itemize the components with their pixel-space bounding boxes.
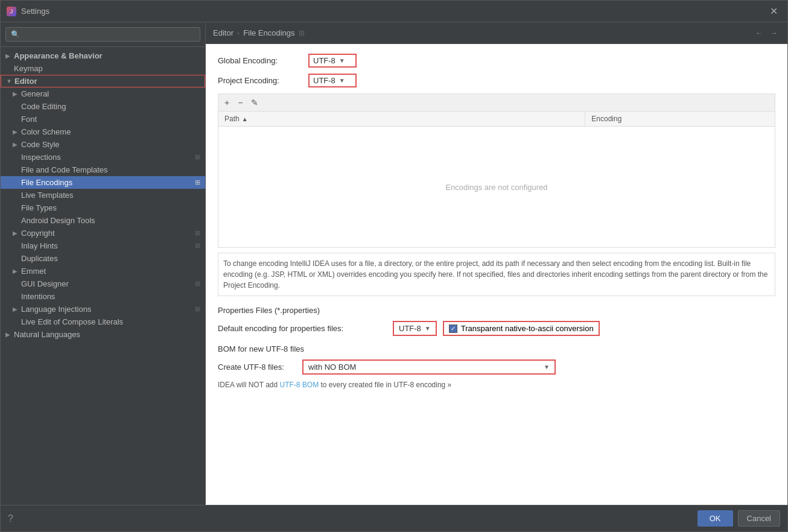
sidebar-item-label: File and Code Templates: [21, 165, 108, 174]
path-column-header[interactable]: Path ▲: [218, 112, 585, 126]
sidebar-item-label: Copyright: [21, 229, 55, 238]
transparent-conversion-checkbox-row[interactable]: ✓ Transparent native-to-ascii conversion: [443, 321, 600, 336]
project-encoding-label: Project Encoding:: [218, 76, 302, 85]
sidebar-item-intentions[interactable]: Intentions: [1, 290, 205, 303]
sidebar-tree: ▶ Appearance & Behavior Keymap ▼ Editor …: [1, 47, 205, 505]
default-encoding-label: Default encoding for properties files:: [218, 324, 387, 333]
transparent-conversion-checkbox[interactable]: ✓: [449, 325, 457, 333]
search-input[interactable]: [5, 27, 200, 42]
chevron-icon: ▶: [5, 331, 14, 338]
dropdown-arrow-icon: ▼: [339, 57, 345, 64]
sidebar-item-file-encodings[interactable]: File Encodings ⊞: [1, 176, 205, 189]
title-bar-left: J Settings: [7, 7, 49, 16]
chevron-icon: ▶: [13, 268, 21, 274]
table-body: Encodings are not configured: [218, 127, 775, 247]
sidebar-item-label: Keymap: [14, 64, 43, 73]
badge-icon: ⊞: [195, 153, 200, 161]
cancel-button[interactable]: Cancel: [738, 510, 780, 527]
chevron-placeholder: [13, 103, 21, 110]
encoding-column-header[interactable]: Encoding: [585, 112, 775, 126]
sidebar-item-live-templates[interactable]: Live Templates: [1, 189, 205, 201]
create-utf8-label: Create UTF-8 files:: [218, 363, 296, 372]
global-encoding-dropdown[interactable]: UTF-8 ▼: [308, 54, 357, 68]
table-header: Path ▲ Encoding: [218, 112, 775, 127]
chevron-placeholder: [13, 192, 21, 198]
breadcrumb-parent[interactable]: Editor: [213, 28, 234, 37]
title-bar: J Settings ✕: [1, 1, 787, 22]
chevron-icon: ▶: [13, 230, 21, 236]
sidebar-item-general[interactable]: ▶ General: [1, 87, 205, 100]
sidebar-item-appearance[interactable]: ▶ Appearance & Behavior: [1, 49, 205, 62]
back-button[interactable]: ←: [752, 27, 765, 39]
badge-icon: ⊞: [195, 305, 200, 313]
sidebar-item-file-types[interactable]: File Types: [1, 201, 205, 214]
edit-button[interactable]: ✎: [247, 97, 262, 109]
properties-section: Properties Files (*.properties) Default …: [218, 306, 775, 336]
remove-button[interactable]: −: [234, 97, 246, 109]
sidebar-item-font[interactable]: Font: [1, 113, 205, 125]
sidebar-item-label: File Encodings: [21, 178, 72, 187]
bom-dropdown-value: with NO BOM: [308, 363, 356, 372]
chevron-placeholder: [13, 204, 21, 211]
forward-button[interactable]: →: [767, 27, 780, 39]
properties-encoding-row: Default encoding for properties files: U…: [218, 321, 775, 336]
breadcrumb-bar: Editor › File Encodings ⊞ ← →: [206, 22, 787, 44]
sidebar-item-label: File Types: [21, 203, 57, 212]
sidebar-item-label: Code Editing: [21, 102, 66, 111]
sidebar-item-label: Live Templates: [21, 191, 73, 200]
properties-encoding-dropdown[interactable]: UTF-8 ▼: [393, 321, 437, 336]
chevron-icon: ▶: [13, 141, 21, 148]
sidebar-item-label: Android Design Tools: [21, 216, 95, 225]
chevron-placeholder: [13, 242, 21, 249]
breadcrumb-current: File Encodings: [243, 28, 294, 37]
sidebar-item-duplicates[interactable]: Duplicates: [1, 252, 205, 265]
footer-buttons: OK Cancel: [697, 510, 780, 527]
nav-arrows: ← →: [752, 27, 780, 39]
sidebar-item-label: GUI Designer: [21, 279, 69, 288]
sidebar-item-color-scheme[interactable]: ▶ Color Scheme: [1, 125, 205, 138]
chevron-placeholder: [13, 255, 21, 262]
sidebar-item-emmet[interactable]: ▶ Emmet: [1, 265, 205, 277]
properties-section-title: Properties Files (*.properties): [218, 306, 775, 315]
sidebar: ▶ Appearance & Behavior Keymap ▼ Editor …: [1, 22, 206, 505]
chevron-icon: ▶: [13, 90, 21, 97]
right-panel: Editor › File Encodings ⊞ ← → Global Enc…: [206, 22, 787, 505]
bom-dropdown[interactable]: with NO BOM ▼: [302, 359, 556, 375]
sidebar-item-label: Code Style: [21, 140, 60, 149]
bom-section: BOM for new UTF-8 files Create UTF-8 fil…: [218, 344, 775, 389]
sidebar-item-keymap[interactable]: Keymap: [1, 62, 205, 75]
global-encoding-value: UTF-8: [313, 56, 335, 65]
sidebar-item-language-injections[interactable]: ▶ Language Injections ⊞: [1, 303, 205, 315]
sidebar-item-copyright[interactable]: ▶ Copyright ⊞: [1, 227, 205, 239]
breadcrumb-badge-icon: ⊞: [299, 29, 305, 37]
help-button[interactable]: ?: [8, 513, 13, 524]
chevron-placeholder: [13, 318, 21, 325]
chevron-placeholder: [13, 116, 21, 122]
project-encoding-value: UTF-8: [313, 76, 335, 85]
sidebar-item-natural-languages[interactable]: ▶ Natural Languages: [1, 328, 205, 341]
bom-info: IDEA will NOT add UTF-8 BOM to every cre…: [218, 381, 775, 389]
project-encoding-dropdown[interactable]: UTF-8 ▼: [308, 74, 357, 87]
sidebar-item-editor[interactable]: ▼ Editor: [1, 75, 205, 87]
chevron-icon: ▶: [13, 128, 21, 135]
ok-button[interactable]: OK: [697, 510, 733, 527]
sidebar-item-code-editing[interactable]: Code Editing: [1, 100, 205, 113]
close-button[interactable]: ✕: [766, 4, 781, 18]
badge-icon: ⊞: [195, 179, 200, 186]
sidebar-item-android-design[interactable]: Android Design Tools: [1, 214, 205, 227]
sidebar-item-code-style[interactable]: ▶ Code Style: [1, 138, 205, 151]
sidebar-item-label: Inlay Hints: [21, 241, 58, 250]
badge-icon: ⊞: [195, 229, 200, 237]
chevron-icon: ▼: [6, 78, 14, 84]
main-content: ▶ Appearance & Behavior Keymap ▼ Editor …: [1, 22, 787, 505]
sidebar-item-live-edit[interactable]: Live Edit of Compose Literals: [1, 315, 205, 328]
sidebar-item-gui-designer[interactable]: GUI Designer ⊞: [1, 277, 205, 290]
bom-info-link[interactable]: UTF-8 BOM: [279, 381, 319, 389]
add-button[interactable]: +: [221, 97, 233, 109]
chevron-placeholder: [13, 179, 21, 186]
empty-message: Encodings are not configured: [445, 183, 547, 192]
sidebar-item-inlay-hints[interactable]: Inlay Hints ⊞: [1, 239, 205, 252]
bom-info-suffix: to every created file in UTF-8 encoding …: [319, 381, 451, 389]
sidebar-item-file-code-templates[interactable]: File and Code Templates: [1, 163, 205, 176]
sidebar-item-inspections[interactable]: Inspections ⊞: [1, 151, 205, 163]
